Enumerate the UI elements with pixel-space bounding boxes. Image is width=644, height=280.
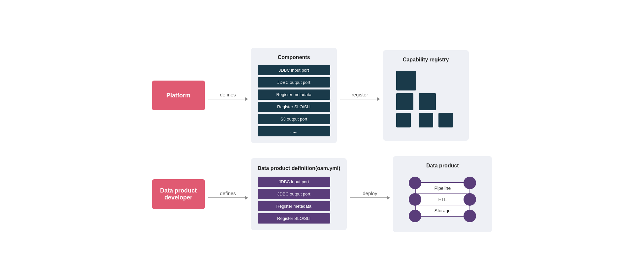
cap-block xyxy=(419,93,436,110)
list-item: JDBC output port xyxy=(258,189,330,199)
deploy-label: deploy xyxy=(363,191,377,196)
components-list: JDBC input port JDBC output port Registe… xyxy=(258,65,330,136)
dp-circle xyxy=(464,210,476,222)
cap-block xyxy=(396,113,411,127)
top-row: Platform defines Components JDBC input p… xyxy=(152,48,492,143)
arrow-line-bottom-1 xyxy=(208,197,248,198)
defines-arrow-bottom: defines xyxy=(205,191,251,198)
capability-blocks xyxy=(390,67,462,134)
list-item: S3 output port xyxy=(258,114,330,124)
dp-storage: Storage xyxy=(416,205,469,216)
list-item: Register metadata xyxy=(258,89,330,100)
dp-wrapper: Pipeline ETL Storage xyxy=(409,177,476,222)
arrow-line-bottom-2 xyxy=(350,197,390,198)
arrow-line-top-1 xyxy=(208,99,248,99)
diagram: Platform defines Components JDBC input p… xyxy=(139,35,505,245)
dp-circle xyxy=(464,177,476,189)
list-item: ...... xyxy=(258,126,330,136)
dp-circles-right xyxy=(464,177,476,222)
dp-circle xyxy=(409,193,421,206)
capability-title: Capability registry xyxy=(390,57,462,63)
developer-label: Data product developer xyxy=(155,187,202,201)
cap-block xyxy=(419,113,433,127)
register-arrow: register xyxy=(337,92,383,99)
components-title: Components xyxy=(258,54,330,60)
register-label: register xyxy=(352,92,368,97)
developer-actor: Data product developer xyxy=(152,179,205,209)
data-product-panel: Data product Pipeline ETL Storage xyxy=(393,156,492,232)
platform-label: Platform xyxy=(166,92,190,99)
dp-boxes: Pipeline ETL Storage xyxy=(415,182,469,217)
dp-pipeline: Pipeline xyxy=(416,183,469,194)
bottom-row: Data product developer defines Data prod… xyxy=(152,156,492,232)
data-product-title: Data product xyxy=(400,163,485,169)
dp-circle xyxy=(409,177,421,189)
list-item: Register metadata xyxy=(258,201,330,211)
defines-arrow-top: defines xyxy=(205,92,251,99)
definition-list: JDBC input port JDBC output port Registe… xyxy=(258,177,330,224)
dp-circle xyxy=(464,193,476,206)
definition-title: Data product definition(oam.yml) xyxy=(258,165,340,172)
deploy-arrow: deploy xyxy=(347,191,393,198)
dp-circles-left xyxy=(409,177,421,222)
list-item: JDBC output port xyxy=(258,77,330,88)
cap-block xyxy=(438,113,453,127)
list-item: Register SLO/SLI xyxy=(258,102,330,112)
components-panel: Components JDBC input port JDBC output p… xyxy=(251,48,337,143)
list-item: Register SLO/SLI xyxy=(258,213,330,224)
defines-label-top: defines xyxy=(220,92,236,97)
definition-panel: Data product definition(oam.yml) JDBC in… xyxy=(251,158,347,230)
data-product-visual: Pipeline ETL Storage xyxy=(400,173,485,226)
list-item: JDBC input port xyxy=(258,65,330,75)
arrow-line-top-2 xyxy=(340,99,380,99)
cap-block xyxy=(396,71,416,90)
cap-block xyxy=(396,93,413,110)
dp-etl: ETL xyxy=(416,194,469,205)
capability-registry-panel: Capability registry xyxy=(383,50,469,141)
list-item: JDBC input port xyxy=(258,177,330,187)
platform-actor: Platform xyxy=(152,81,205,110)
defines-label-bottom: defines xyxy=(220,191,236,196)
dp-circle xyxy=(409,210,421,222)
